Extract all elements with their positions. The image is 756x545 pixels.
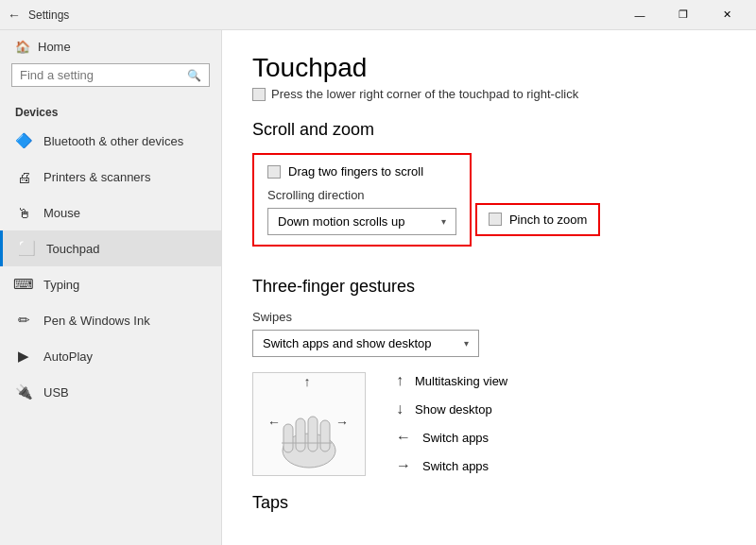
content-area: Touchpad Press the lower right corner of…	[222, 30, 756, 545]
gesture-arrow-3: →	[396, 457, 411, 474]
autoplay-label: AutoPlay	[43, 349, 93, 364]
home-label: Home	[38, 40, 71, 54]
sidebar-item-typing[interactable]: ⌨ Typing	[0, 266, 221, 302]
sidebar: 🏠 Home 🔍 Devices 🔷 Bluetooth & other dev…	[0, 30, 222, 545]
pen-label: Pen & Windows Ink	[43, 314, 150, 328]
search-box[interactable]: 🔍	[11, 63, 210, 87]
usb-label: USB	[43, 385, 69, 400]
gesture-desc-1: Show desktop	[415, 402, 492, 417]
sidebar-item-pen[interactable]: ✏ Pen & Windows Ink	[0, 302, 221, 338]
gesture-arrow-0: ↑	[396, 372, 404, 389]
gesture-area: ↑ → ← ↑ Mul	[252, 372, 726, 476]
pinch-zoom-box: Pinch to zoom	[475, 203, 600, 236]
scroll-direction-label: Scrolling direction	[267, 188, 456, 202]
svg-rect-6	[308, 417, 318, 451]
touchpad-icon: ⬜	[18, 240, 35, 257]
gesture-item-2: ← Switch apps	[396, 429, 507, 446]
close-button[interactable]: ✕	[705, 0, 748, 30]
sidebar-item-autoplay[interactable]: ▶ AutoPlay	[0, 338, 221, 374]
gesture-arrow-2: ←	[396, 429, 411, 446]
gesture-item-3: → Switch apps	[396, 457, 507, 474]
mouse-icon: 🖱	[15, 204, 32, 221]
usb-icon: 🔌	[15, 383, 32, 400]
drag-fingers-row: Drag two fingers to scroll	[267, 164, 456, 179]
swipes-dropdown[interactable]: Switch apps and show desktop ▾	[252, 330, 479, 357]
gesture-desc-3: Switch apps	[422, 459, 489, 473]
scroll-zoom-section: Scroll and zoom Drag two fingers to scro…	[252, 120, 726, 256]
taps-section-title: Taps	[252, 493, 726, 513]
autoplay-icon: ▶	[15, 348, 32, 365]
titlebar: ← Settings — ❐ ✕	[0, 0, 756, 30]
three-finger-title: Three-finger gestures	[252, 277, 726, 297]
printers-label: Printers & scanners	[43, 170, 150, 184]
pinch-zoom-label: Pinch to zoom	[509, 213, 587, 227]
svg-rect-5	[296, 418, 305, 451]
sidebar-item-printers[interactable]: 🖨 Printers & scanners	[0, 159, 221, 195]
app-body: 🏠 Home 🔍 Devices 🔷 Bluetooth & other dev…	[0, 30, 756, 545]
right-click-label: Press the lower right corner of the touc…	[271, 87, 578, 101]
right-click-checkbox[interactable]	[252, 88, 266, 101]
drag-fingers-checkbox[interactable]	[267, 165, 281, 179]
gesture-desc-0: Multitasking view	[415, 374, 507, 388]
bluetooth-label: Bluetooth & other devices	[43, 134, 183, 148]
sidebar-item-touchpad[interactable]: ⬜ Touchpad	[0, 230, 221, 266]
typing-label: Typing	[43, 278, 79, 292]
svg-text:↑: ↑	[304, 375, 311, 389]
scroll-direction-dropdown[interactable]: Down motion scrolls up ▾	[267, 208, 456, 235]
home-icon: 🏠	[15, 40, 30, 54]
search-icon: 🔍	[187, 69, 201, 82]
typing-icon: ⌨	[15, 276, 32, 293]
gesture-arrow-1: ↓	[396, 400, 404, 417]
gesture-item-1: ↓ Show desktop	[396, 400, 507, 417]
page-title: Touchpad	[252, 53, 726, 83]
printers-icon: 🖨	[15, 168, 32, 185]
swipes-label: Swipes	[252, 310, 726, 324]
scroll-direction-value: Down motion scrolls up	[278, 214, 404, 229]
gesture-list: ↑ Multitasking view ↓ Show desktop ← Swi…	[396, 372, 507, 474]
pinch-zoom-checkbox[interactable]	[489, 213, 502, 226]
sidebar-item-bluetooth[interactable]: 🔷 Bluetooth & other devices	[0, 123, 221, 159]
pen-icon: ✏	[15, 312, 32, 329]
sidebar-back-home[interactable]: 🏠 Home	[0, 30, 221, 63]
minimize-button[interactable]: —	[618, 0, 662, 30]
hand-svg: ↑ → ←	[257, 375, 361, 474]
drag-fingers-box: Drag two fingers to scroll Scrolling dir…	[252, 153, 472, 247]
swipes-value: Switch apps and show desktop	[263, 336, 432, 350]
restore-button[interactable]: ❐	[662, 0, 705, 30]
svg-text:→: →	[335, 415, 349, 430]
titlebar-title: Settings	[28, 9, 69, 22]
svg-rect-7	[320, 420, 330, 451]
titlebar-controls: — ❐ ✕	[618, 0, 748, 30]
sidebar-items-container: 🔷 Bluetooth & other devices 🖨 Printers &…	[0, 123, 221, 410]
gesture-item-0: ↑ Multitasking view	[396, 372, 507, 389]
bluetooth-icon: 🔷	[15, 132, 32, 149]
scroll-direction-arrow-icon: ▾	[441, 216, 446, 227]
scroll-zoom-title: Scroll and zoom	[252, 120, 726, 140]
touchpad-label: Touchpad	[46, 242, 99, 256]
back-arrow-icon[interactable]: ←	[8, 8, 21, 23]
sidebar-item-mouse[interactable]: 🖱 Mouse	[0, 195, 221, 230]
pinch-zoom-row: Pinch to zoom	[489, 213, 587, 227]
hand-illustration: ↑ → ←	[252, 372, 366, 476]
gesture-desc-2: Switch apps	[422, 431, 489, 445]
svg-rect-4	[284, 424, 293, 452]
sidebar-section-label: Devices	[0, 98, 221, 123]
drag-fingers-label: Drag two fingers to scroll	[288, 164, 423, 179]
three-finger-section: Three-finger gestures Swipes Switch apps…	[252, 277, 726, 513]
search-input[interactable]	[20, 68, 187, 82]
mouse-label: Mouse	[43, 206, 80, 220]
subtitle-row: Press the lower right corner of the touc…	[252, 87, 726, 101]
swipes-arrow-icon: ▾	[464, 338, 469, 349]
svg-text:←: ←	[267, 415, 281, 430]
sidebar-item-usb[interactable]: 🔌 USB	[0, 374, 221, 410]
